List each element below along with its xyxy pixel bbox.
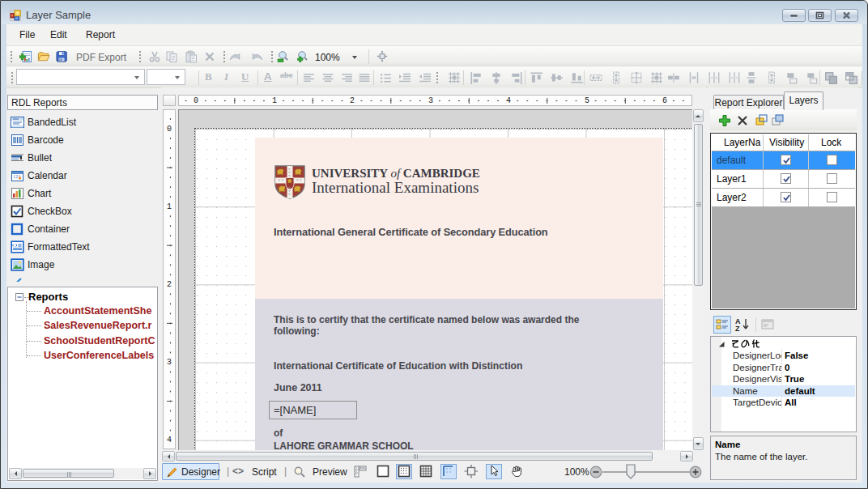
svg-text:Z: Z [735,325,740,333]
